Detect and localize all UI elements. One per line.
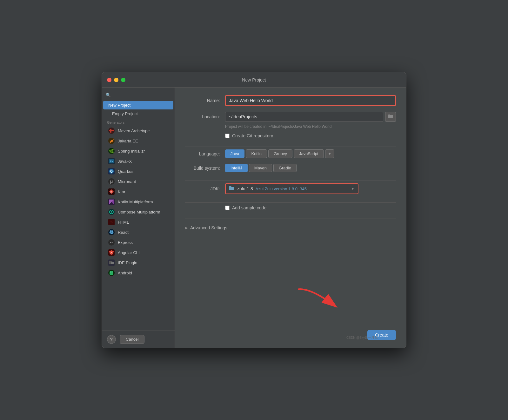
sidebar-item-empty-project[interactable]: Empty Project	[103, 109, 173, 118]
language-kotlin-button[interactable]: Kotlin	[246, 149, 267, 158]
location-hint: Project will be created in: ~/IdeaProjec…	[225, 124, 396, 129]
language-label: Language:	[185, 151, 220, 156]
language-javascript-button[interactable]: JavaScript	[294, 149, 324, 158]
location-input[interactable]	[225, 112, 383, 122]
ktor-label: Ktor	[118, 189, 125, 194]
sidebar-item-ktor[interactable]: K Ktor	[103, 187, 173, 197]
angular-cli-label: Angular CLI	[118, 250, 140, 255]
svg-text:K: K	[110, 191, 112, 193]
language-button-group: Java Kotlin Groovy JavaScript +	[225, 149, 334, 158]
sidebar-item-kotlin-multiplatform[interactable]: Kotlin Multiplatform	[103, 197, 173, 207]
sidebar-item-react[interactable]: React	[103, 227, 173, 237]
divider-4	[185, 219, 396, 219]
sidebar-item-spring-initializr[interactable]: 🌿 Spring Initializr	[103, 146, 173, 156]
micronaut-label: Micronaut	[118, 179, 136, 184]
jdk-dropdown[interactable]: zulu-1.8 Azul Zulu version 1.8.0_345 ▼	[225, 183, 358, 194]
advanced-settings-toggle[interactable]: ▶ Advanced Settings	[185, 224, 396, 232]
git-checkbox-row: Create Git repository	[225, 133, 396, 138]
svg-point-15	[111, 232, 112, 233]
svg-rect-1	[110, 129, 111, 133]
sidebar-item-angular-cli[interactable]: A Angular CLI	[103, 247, 173, 258]
sidebar: 🔍 New Project Empty Project Generators M…	[102, 88, 175, 348]
git-checkbox[interactable]	[225, 134, 230, 138]
language-add-button[interactable]: +	[325, 149, 335, 158]
folder-browse-button[interactable]	[385, 112, 396, 122]
sidebar-item-maven-archetype[interactable]: Maven Archetype	[103, 126, 173, 136]
sidebar-item-compose-multiplatform[interactable]: Compose Multiplatform	[103, 207, 173, 217]
watermark: CSDN @Sky是一只风	[346, 336, 378, 340]
ide-plugin-icon	[108, 259, 115, 266]
html-label: HTML	[118, 220, 129, 225]
sidebar-item-micronaut[interactable]: μ Micronaut	[103, 176, 173, 187]
sidebar-item-html[interactable]: 5 HTML	[103, 217, 173, 227]
divider-3	[185, 202, 396, 203]
language-groovy-button[interactable]: Groovy	[268, 149, 292, 158]
advanced-settings-label: Advanced Settings	[190, 225, 227, 230]
sidebar-item-ide-plugin[interactable]: IDE Plugin	[103, 258, 173, 268]
svg-point-11	[111, 211, 112, 213]
help-button[interactable]: ?	[107, 335, 116, 344]
svg-point-24	[110, 272, 111, 272]
svg-point-25	[112, 272, 113, 272]
jdk-row: JDK: zulu-1.8 Azul Zulu version 1.8.0_34…	[185, 183, 396, 194]
compose-icon	[108, 209, 115, 215]
build-intellij-button[interactable]: IntelliJ	[225, 164, 248, 172]
svg-text:A: A	[110, 251, 112, 254]
android-icon	[108, 270, 115, 276]
react-icon	[108, 229, 115, 235]
sidebar-item-new-project[interactable]: New Project	[103, 101, 173, 109]
content-area: Name: Location: Project will be created …	[175, 88, 406, 348]
location-label: Location:	[185, 114, 220, 119]
empty-project-label: Empty Project	[112, 111, 138, 116]
svg-text:Q: Q	[110, 170, 113, 173]
name-input[interactable]	[225, 95, 396, 106]
arrow-annotation	[292, 286, 349, 316]
title-bar: New Project	[102, 72, 406, 88]
maximize-button[interactable]	[121, 78, 125, 82]
kotlin-multiplatform-label: Kotlin Multiplatform	[118, 200, 153, 204]
search-icon: 🔍	[106, 93, 111, 97]
build-system-row: Build system: IntelliJ Maven Gradle	[185, 164, 396, 172]
quarkus-label: Quarkus	[118, 169, 133, 174]
language-row: Language: Java Kotlin Groovy JavaScript …	[185, 149, 396, 158]
kotlin-multiplatform-icon	[108, 199, 115, 205]
name-label: Name:	[185, 98, 220, 103]
advanced-chevron-icon: ▶	[185, 226, 188, 230]
search-area[interactable]: 🔍	[102, 90, 175, 101]
ktor-icon: K	[108, 188, 115, 195]
sidebar-item-android[interactable]: Android	[103, 268, 173, 278]
jdk-version: Azul Zulu version 1.8.0_345	[256, 187, 307, 191]
location-row: Location:	[185, 112, 396, 122]
build-maven-button[interactable]: Maven	[249, 164, 272, 172]
maven-icon	[108, 128, 115, 134]
sample-code-label: Add sample code	[232, 205, 266, 210]
quarkus-icon: Q	[108, 168, 115, 174]
cancel-button[interactable]: Cancel	[120, 335, 144, 344]
build-gradle-button[interactable]: Gradle	[273, 164, 297, 172]
express-label: Express	[118, 240, 133, 245]
close-button[interactable]	[107, 78, 111, 82]
build-system-label: Build system:	[185, 166, 220, 171]
compose-multiplatform-label: Compose Multiplatform	[118, 210, 160, 214]
angular-icon: A	[108, 249, 115, 256]
window-title: New Project	[242, 77, 266, 82]
name-field-wrap	[225, 95, 396, 106]
build-system-button-group: IntelliJ Maven Gradle	[225, 164, 297, 172]
sidebar-item-javafx[interactable]: FX JavaFX	[103, 156, 173, 166]
name-row: Name:	[185, 95, 396, 106]
language-java-button[interactable]: Java	[225, 149, 244, 158]
svg-rect-19	[111, 262, 114, 264]
sidebar-item-jakarta-ee[interactable]: 🌶 Jakarta EE	[103, 136, 173, 146]
micronaut-icon: μ	[108, 178, 115, 185]
minimize-button[interactable]	[114, 78, 118, 82]
sidebar-item-quarkus[interactable]: Q Quarkus	[103, 166, 173, 176]
main-layout: 🔍 New Project Empty Project Generators M…	[102, 88, 406, 348]
html-icon: 5	[108, 219, 115, 225]
jdk-name: zulu-1.8	[237, 186, 253, 191]
sidebar-item-express[interactable]: ex Express	[103, 237, 173, 247]
generators-section: Generators	[102, 118, 175, 126]
sidebar-bottom: ? Cancel	[102, 331, 175, 348]
sample-code-checkbox[interactable]	[225, 206, 230, 210]
sample-code-checkbox-row: Add sample code	[225, 205, 396, 210]
spring-icon: 🌿	[108, 148, 115, 154]
